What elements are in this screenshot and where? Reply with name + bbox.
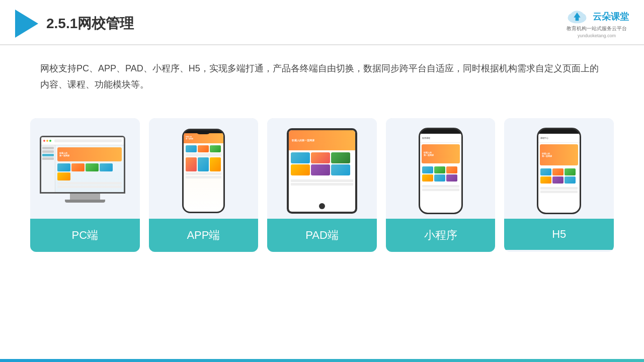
h5-text-lines [538,185,580,195]
header-left: 2.5.1网校管理 [15,10,134,38]
phone-body-content [184,143,223,180]
h5-header-text: 课程中心 [540,137,548,139]
h5-items [538,167,580,185]
miniprogram-phone-icon: 推荐课程 职通人的第一堂网课 [419,128,463,214]
mp-notch [433,129,449,134]
mp-items [420,165,461,183]
card-h5-label: H5 [504,219,614,250]
screen-items [57,163,122,180]
h5-phone-icon: 课程中心 职通人的第一堂网课 [537,128,581,214]
description-paragraph: 网校支持PC、APP、PAD、小程序、H5，实现多端打通，产品各终端自由切换，数… [40,60,604,93]
tablet-banner: 职通人的第一堂网课 [289,130,355,150]
mp-text-lines [420,183,461,191]
mp-screen: 推荐课程 职通人的第一堂网课 [420,134,461,213]
phone-top-text: 职通人的第一堂网课 [186,136,193,140]
screen-text-line [57,182,122,185]
phone-screen: 职通人的第一堂网课 [184,133,223,212]
tablet-text-lines [289,177,355,189]
h5-screen: 课程中心 职通人的第一堂网课 [538,134,580,213]
cards-section: 职通人的第一堂网课 [0,103,644,252]
card-miniprogram-label: 小程序 [386,219,496,252]
screen-main: 职通人的第一堂网课 [55,145,124,192]
tablet-cards [289,150,355,177]
card-pc: 职通人的第一堂网课 [30,118,140,252]
bottom-decoration-line [0,359,644,362]
tablet-home-bar [319,203,325,209]
pad-tablet-icon: 职通人的第一堂网课 [287,128,357,214]
screen-address-bar [54,139,122,142]
brand-tagline: 教育机构一站式服务云平台 [567,25,627,32]
screen-sidebar [41,145,55,192]
brand-name: 云朵课堂 [593,11,629,23]
h5-banner-text: 职通人的第一堂网课 [542,152,552,157]
card-miniprogram-image: 推荐课程 职通人的第一堂网课 [386,118,496,219]
monitor-base [65,200,105,203]
cloud-icon [565,9,590,24]
tablet-banner-text: 职通人的第一堂网课 [292,139,314,142]
screen-text-line2 [57,186,122,188]
card-h5-image: 课程中心 职通人的第一堂网课 [504,118,614,219]
h5-banner: 职通人的第一堂网课 [540,144,578,165]
screen-dot-green [49,140,51,142]
screen-content: 职通人的第一堂网课 [41,137,124,192]
brand-url: yunduoketang.com [578,33,616,38]
card-pad: 职通人的第一堂网课 [267,118,377,252]
mp-header: 推荐课程 [420,134,461,143]
pc-monitor-icon: 职通人的第一堂网课 [40,136,130,206]
logo-triangle-icon [15,10,38,38]
card-app: 职通人的第一堂网课 [149,118,259,252]
card-miniprogram: 推荐课程 职通人的第一堂网课 [386,118,496,252]
mp-banner-text: 职通人的第一堂网课 [424,151,434,156]
tablet-screen: 职通人的第一堂网课 [289,130,355,212]
header: 2.5.1网校管理 云朵课堂 教育机构一站式服务云平台 yunduoketang… [0,0,644,45]
card-pc-image: 职通人的第一堂网课 [30,118,140,219]
app-phone-icon: 职通人的第一堂网课 [182,129,225,213]
brand-logo: 云朵课堂 教育机构一站式服务云平台 yunduoketang.com [565,9,629,38]
page-title: 2.5.1网校管理 [46,14,134,33]
card-h5: 课程中心 职通人的第一堂网课 [504,118,614,252]
h5-header: 课程中心 [538,134,580,143]
screen-dot-red [43,140,45,142]
description-text: 网校支持PC、APP、PAD、小程序、H5，实现多端打通，产品各终端自由切换，数… [0,45,644,98]
phone-top-bar: 职通人的第一堂网课 [184,133,223,143]
card-app-label: APP端 [149,219,259,252]
phone-notch [196,130,211,134]
card-app-image: 职通人的第一堂网课 [149,118,259,219]
screen-dot-yellow [46,140,48,142]
card-pc-label: PC端 [30,219,140,252]
screen-body: 职通人的第一堂网课 [41,145,124,192]
screen-header-bar [41,137,124,145]
mp-title: 推荐课程 [422,137,430,139]
mp-banner: 职通人的第一堂网课 [422,144,460,163]
monitor-screen: 职通人的第一堂网课 [40,136,125,194]
card-pad-image: 职通人的第一堂网课 [267,118,377,219]
page-title-text: 2.5.1网校管理 [46,16,134,31]
card-pad-label: PAD端 [267,219,377,252]
monitor-stand [70,194,100,200]
cloud-logo-container: 云朵课堂 [565,9,629,24]
h5-notch [551,129,567,134]
